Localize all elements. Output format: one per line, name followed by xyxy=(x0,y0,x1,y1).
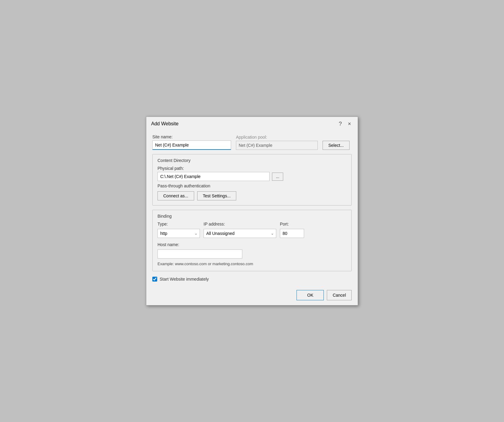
dialog-footer: OK Cancel xyxy=(146,286,358,305)
host-name-col: Host name: Example: www.contoso.com or m… xyxy=(158,242,346,266)
port-col: Port: xyxy=(280,222,304,238)
host-name-label: Host name: xyxy=(158,242,346,247)
pass-through-label: Pass-through authentication xyxy=(158,183,346,188)
binding-legend: Binding xyxy=(158,214,346,219)
physical-path-row: ... xyxy=(158,172,346,181)
close-button[interactable]: × xyxy=(346,120,353,127)
site-name-group: Site name: xyxy=(152,134,231,150)
start-website-label: Start Website immediately xyxy=(160,277,209,282)
connect-as-button[interactable]: Connect as... xyxy=(158,191,194,200)
type-label: Type: xyxy=(158,222,200,226)
type-select[interactable]: http https xyxy=(158,229,200,238)
binding-section: Binding Type: http https ⌄ IP address: xyxy=(152,210,352,271)
title-bar: Add Website ? × xyxy=(146,117,358,130)
dialog-body: Site name: Application pool: Select... C… xyxy=(146,130,358,286)
add-website-dialog: Add Website ? × Site name: Application p… xyxy=(146,117,358,305)
port-input[interactable] xyxy=(280,229,304,238)
ip-label: IP address: xyxy=(204,222,276,226)
port-label: Port: xyxy=(280,222,304,226)
start-website-checkbox[interactable] xyxy=(152,277,157,282)
top-row: Site name: Application pool: Select... xyxy=(152,134,352,150)
app-pool-label: Application pool: xyxy=(236,135,318,140)
physical-path-label: Physical path: xyxy=(158,166,346,171)
help-button[interactable]: ? xyxy=(337,120,343,127)
connect-test-row: Connect as... Test Settings... xyxy=(158,191,346,200)
content-directory-section: Content Directory Physical path: ... Pas… xyxy=(152,154,352,206)
dialog-title: Add Website xyxy=(151,121,178,127)
type-col: Type: http https ⌄ xyxy=(158,222,200,238)
host-name-example: Example: www.contoso.com or marketing.co… xyxy=(158,262,346,266)
start-website-row: Start Website immediately xyxy=(152,277,352,282)
site-name-input[interactable] xyxy=(152,140,231,150)
ip-col: IP address: All Unassigned ⌄ xyxy=(204,222,276,238)
type-select-wrapper: http https ⌄ xyxy=(158,229,200,238)
ip-select[interactable]: All Unassigned xyxy=(204,229,276,238)
app-pool-group: Application pool: xyxy=(236,135,318,150)
ip-select-wrapper: All Unassigned ⌄ xyxy=(204,229,276,238)
cancel-button[interactable]: Cancel xyxy=(327,290,352,300)
host-name-input[interactable] xyxy=(158,249,242,259)
content-directory-legend: Content Directory xyxy=(158,158,346,163)
physical-path-input[interactable] xyxy=(158,172,270,181)
site-name-label: Site name: xyxy=(152,134,231,139)
binding-grid: Type: http https ⌄ IP address: All Unass… xyxy=(158,222,346,238)
test-settings-button[interactable]: Test Settings... xyxy=(197,191,237,200)
title-bar-controls: ? × xyxy=(337,120,353,127)
ok-button[interactable]: OK xyxy=(297,290,324,300)
browse-button[interactable]: ... xyxy=(272,173,283,181)
select-app-pool-button[interactable]: Select... xyxy=(323,141,350,150)
app-pool-input[interactable] xyxy=(236,141,318,150)
